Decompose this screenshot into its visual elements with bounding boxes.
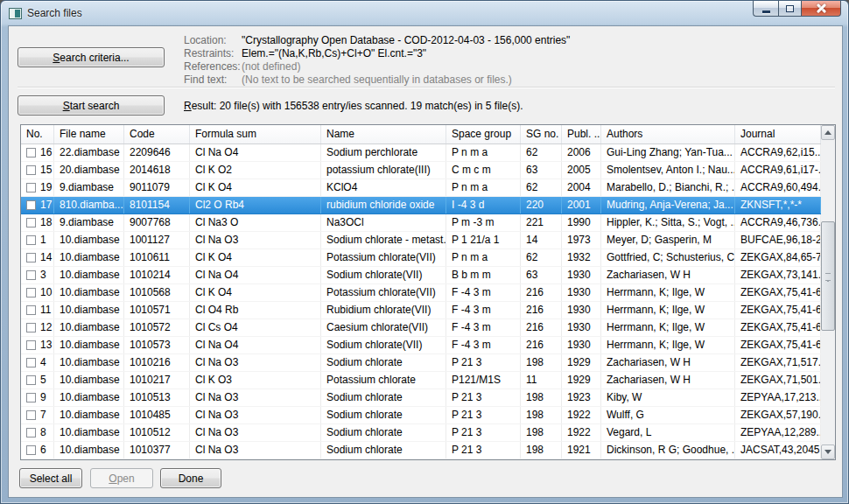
window-titlebar[interactable]: Search files: [1, 1, 848, 25]
cell-file: 10.diambase: [54, 442, 124, 458]
cell-sg: P 21 3: [446, 424, 521, 441]
cell-authors: Dickinson, R G; Goodhue, ...: [601, 442, 735, 458]
separator-line: [18, 87, 835, 88]
cell-name: Rubidium chlorate(VII): [321, 302, 446, 318]
column-header-sg-no[interactable]: SG no.: [521, 125, 562, 144]
column-header-code[interactable]: Code: [124, 125, 190, 144]
row-checkbox[interactable]: [26, 393, 36, 402]
table-row[interactable]: 610.diambase1010377Cl Na O3Sodium chlora…: [21, 442, 821, 459]
column-header-formula-sum[interactable]: Formula sum: [190, 125, 321, 144]
table-row[interactable]: 810.diambase1010512Cl Na O3Sodium chlora…: [21, 424, 821, 442]
open-button[interactable]: Open: [90, 468, 153, 488]
table-row[interactable]: 1310.diambase1010573Cl Na O4Sodium chlor…: [21, 337, 821, 354]
cell-file: 10.diambase: [54, 284, 124, 301]
row-checkbox[interactable]: [26, 183, 36, 192]
cell-sg: B b m m: [446, 267, 521, 284]
cell-publ: 2004: [562, 179, 601, 196]
column-header-authors[interactable]: Authors: [601, 125, 735, 144]
row-checkbox[interactable]: [26, 305, 36, 315]
row-number: 13: [40, 337, 52, 354]
column-header-name[interactable]: Name: [321, 125, 446, 144]
cell-formula: Cl K O3: [190, 372, 321, 388]
row-checkbox[interactable]: [26, 148, 36, 158]
table-row[interactable]: 310.diambase1010214Cl Na O4Sodium chlora…: [21, 267, 821, 284]
column-header-no[interactable]: No.: [21, 125, 54, 144]
table-row[interactable]: 1210.diambase1010572Cl Cs O4Caesium chlo…: [21, 319, 821, 337]
table-row[interactable]: 199.diambase9011079Cl K O4KClO4P n m a62…: [21, 179, 821, 197]
row-checkbox[interactable]: [26, 270, 36, 280]
app-icon: [9, 8, 22, 19]
row-number: 18: [40, 214, 52, 231]
column-header-publ[interactable]: Publ. ...: [562, 125, 601, 144]
arrow-up-icon: [824, 130, 831, 135]
row-checkbox[interactable]: [26, 428, 36, 438]
criteria-row-location: Location: "Crystallography Open Database…: [184, 34, 570, 47]
cell-file: 10.diambase: [54, 407, 124, 424]
cell-file: 10.diambase: [54, 232, 124, 248]
row-number: 10: [40, 284, 52, 301]
cell-publ: 1932: [562, 249, 601, 266]
table-row[interactable]: 189.diambase9007768Cl Na3 ONa3OClP m -3 …: [21, 214, 821, 232]
cell-sgno: 63: [521, 162, 562, 178]
row-checkbox[interactable]: [26, 218, 36, 228]
cell-publ: 1922: [562, 424, 601, 441]
row-number-cell: 15: [21, 162, 54, 178]
search-criteria-button[interactable]: Search criteria...: [18, 47, 165, 67]
scroll-up-button[interactable]: [821, 125, 835, 140]
row-checkbox[interactable]: [26, 358, 36, 368]
row-checkbox[interactable]: [26, 235, 36, 245]
row-checkbox[interactable]: [26, 410, 36, 420]
row-checkbox[interactable]: [26, 375, 36, 385]
scroll-down-button[interactable]: [821, 444, 835, 459]
close-button[interactable]: [802, 0, 841, 17]
cell-code: 9007768: [124, 214, 190, 231]
table-row[interactable]: 510.diambase1010217Cl K O3Potassium chlo…: [21, 372, 821, 389]
cell-sg: F -4 3 m: [446, 337, 521, 354]
done-button[interactable]: Done: [160, 468, 221, 488]
table-row[interactable]: 1520.diambase2014618Cl K O2potassium chl…: [21, 162, 821, 179]
window-controls: [753, 0, 841, 17]
cell-sg: P 21 3: [446, 354, 521, 371]
results-table: No.File nameCodeFormula sumNameSpace gro…: [20, 124, 836, 460]
table-row[interactable]: 110.diambase1001127Cl Na O3Sodium chlora…: [21, 232, 821, 249]
cell-name: Potassium chlorate(VII): [321, 284, 446, 301]
vertical-scrollbar[interactable]: [821, 125, 835, 459]
table-row[interactable]: 1110.diambase1010571Cl O4 RbRubidium chl…: [21, 302, 821, 319]
cell-name: Sodium chlorate: [321, 442, 446, 458]
select-all-button[interactable]: Select all: [19, 468, 82, 488]
table-row[interactable]: 1622.diambase2209646Cl Na O4Sodium perch…: [21, 144, 821, 162]
row-checkbox[interactable]: [26, 165, 36, 175]
table-row[interactable]: 410.diambase1010216Cl Na O3Sodium chlora…: [21, 354, 821, 372]
cell-journal: ZKNSFT,*,*-*: [735, 197, 821, 214]
maximize-button[interactable]: [778, 0, 802, 17]
cell-code: 1010485: [124, 407, 190, 424]
cell-publ: 1930: [562, 267, 601, 284]
row-number-cell: 16: [21, 144, 54, 161]
cell-authors: Herrmann, K; Ilge, W: [601, 302, 735, 318]
cell-code: 1010573: [124, 337, 190, 354]
column-header-space-group[interactable]: Space group: [446, 125, 521, 144]
cell-journal: ZEKGAX,84,65-73: [735, 249, 821, 266]
cell-sgno: 198: [521, 407, 562, 424]
column-header-journal[interactable]: Journal: [735, 125, 821, 144]
cell-journal: ZEPYAA,17,213...: [735, 389, 821, 406]
row-checkbox[interactable]: [26, 445, 36, 455]
row-checkbox[interactable]: [26, 200, 36, 210]
table-row[interactable]: 1410.diambase1010611Cl K O4Potassium chl…: [21, 249, 821, 267]
table-row[interactable]: 910.diambase1010513Cl Na O3Sodium chlora…: [21, 389, 821, 407]
scrollbar-thumb[interactable]: [821, 221, 835, 331]
row-checkbox[interactable]: [26, 288, 36, 298]
minimize-button[interactable]: [753, 0, 778, 17]
column-header-file-name[interactable]: File name: [54, 125, 124, 144]
row-checkbox[interactable]: [26, 253, 36, 262]
start-search-button[interactable]: Start search: [18, 95, 165, 116]
row-checkbox[interactable]: [26, 323, 36, 332]
cell-file: 810.diamba...: [54, 197, 124, 214]
table-row[interactable]: 17810.diamba...8101154Cl2 O Rb4rubidium …: [21, 197, 821, 214]
cell-name: Sodium chlorate: [321, 407, 446, 424]
cell-code: 1010512: [124, 424, 190, 441]
table-row[interactable]: 1010.diambase1010568Cl K O4Potassium chl…: [21, 284, 821, 302]
table-row[interactable]: 710.diambase1010485Cl Na O3Sodium chlora…: [21, 407, 821, 424]
cell-file: 9.diambase: [54, 179, 124, 196]
row-checkbox[interactable]: [26, 340, 36, 350]
